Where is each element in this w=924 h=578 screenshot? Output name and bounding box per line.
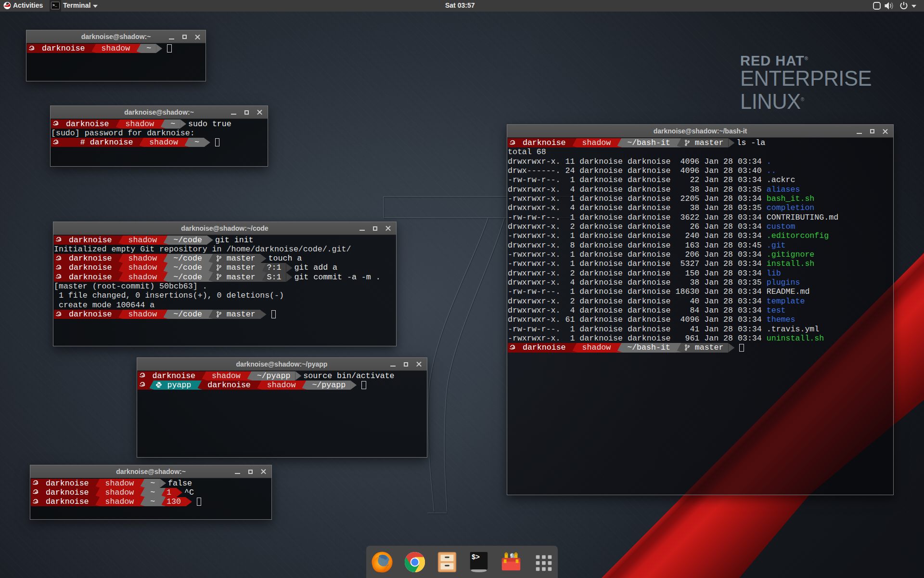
svg-text:$>: $> bbox=[472, 553, 480, 561]
svg-text:>_: >_ bbox=[52, 3, 57, 7]
